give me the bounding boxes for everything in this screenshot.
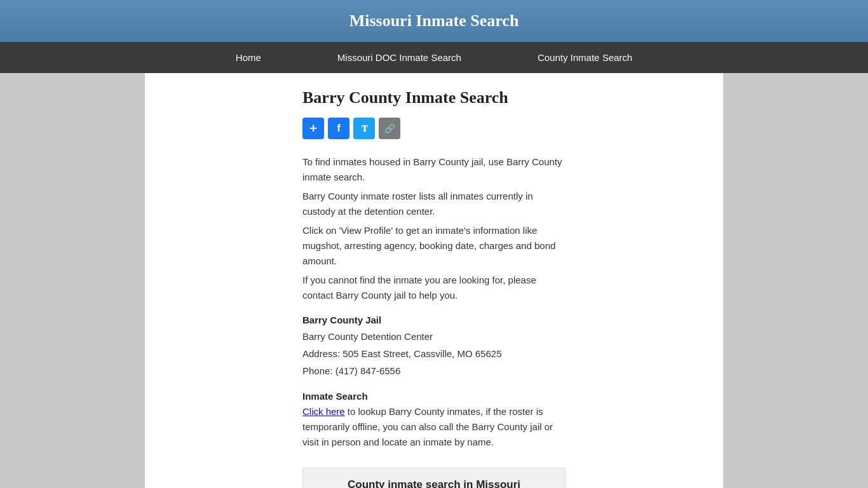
description-line-3: Click on 'View Profile' to get an inmate… (302, 223, 566, 269)
social-icons-bar: + f 𝐓 🔗 (302, 118, 566, 139)
jail-address: Address: 505 East Street, Cassville, MO … (302, 345, 566, 362)
description-line-4: If you cannot find the inmate you are lo… (302, 273, 566, 303)
jail-phone: Phone: (417) 847-6556 (302, 362, 566, 379)
site-header: Missouri Inmate Search (0, 0, 868, 42)
inmate-search-text: Click here to lookup Barry County inmate… (302, 404, 566, 450)
inmate-search-section: Inmate Search Click here to lookup Barry… (302, 391, 566, 450)
copy-link-icon[interactable]: 🔗 (379, 118, 400, 139)
jail-name: Barry County Detention Center (302, 328, 566, 345)
click-here-link[interactable]: Click here (302, 406, 345, 417)
nav-doc-search[interactable]: Missouri DOC Inmate Search (299, 42, 499, 73)
share-icon[interactable]: + (302, 118, 324, 139)
county-table-title: County inmate search in Missouri (316, 478, 552, 488)
nav-home[interactable]: Home (198, 42, 299, 73)
facebook-icon[interactable]: f (328, 118, 349, 139)
county-table-section: County inmate search in Missouri AndrewB… (302, 468, 566, 488)
main-nav: Home Missouri DOC Inmate Search County I… (0, 42, 868, 73)
site-title: Missouri Inmate Search (6, 11, 862, 30)
twitter-icon[interactable]: 𝐓 (353, 118, 375, 139)
main-content: Barry County Inmate Search + f 𝐓 🔗 To fi… (290, 73, 578, 488)
description-line-2: Barry County inmate roster lists all inm… (302, 189, 566, 219)
jail-info: Barry County Detention Center Address: 5… (302, 328, 566, 379)
jail-section-heading: Barry County Jail (302, 315, 566, 325)
nav-county-search[interactable]: County Inmate Search (499, 42, 670, 73)
page-title: Barry County Inmate Search (302, 88, 566, 107)
inmate-search-heading: Inmate Search (302, 391, 566, 402)
description-line-1: To find inmates housed in Barry County j… (302, 154, 566, 185)
